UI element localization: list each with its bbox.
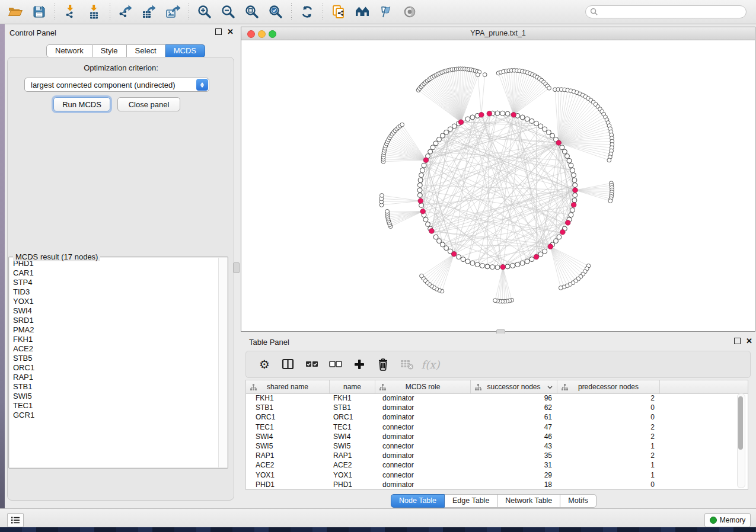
tab-edge-table[interactable]: Edge Table xyxy=(445,494,497,508)
import-table-button[interactable] xyxy=(82,1,106,23)
save-session-button[interactable] xyxy=(27,1,51,23)
mcds-result-item[interactable]: ORC1 xyxy=(13,363,227,373)
vertical-splitter-grip[interactable] xyxy=(233,262,240,273)
import-table-icon xyxy=(87,4,102,20)
delete-column-button[interactable] xyxy=(374,355,392,373)
add-column-button[interactable] xyxy=(350,355,368,373)
node-table-body: FKH1FKH1dominator962STB1STB1dominator620… xyxy=(246,393,748,489)
mcds-result-item[interactable]: STB5 xyxy=(13,354,227,363)
float-panel-icon[interactable] xyxy=(215,28,222,35)
cell-successor-nodes: 46 xyxy=(471,432,557,441)
mcds-result-item[interactable]: TEC1 xyxy=(13,401,227,411)
mcds-result-item[interactable]: RAP1 xyxy=(13,373,227,382)
memory-label: Memory xyxy=(720,516,745,524)
zoom-in-button[interactable] xyxy=(193,1,216,23)
cell-successor-nodes: 29 xyxy=(471,471,557,479)
cell-MCDS-role: connector xyxy=(375,423,471,431)
hide-graphics-details-button[interactable] xyxy=(374,1,398,23)
zoom-fit-button[interactable] xyxy=(240,1,264,23)
cell-name: STB1 xyxy=(330,403,375,412)
control-panel-header: Control Panel ✕ xyxy=(5,24,237,41)
mcds-result-item[interactable]: CAR1 xyxy=(13,268,227,278)
toggle-column-view-button[interactable] xyxy=(279,355,297,373)
refresh-view-button[interactable] xyxy=(295,1,319,23)
open-session-button[interactable] xyxy=(4,1,27,23)
cell-successor-nodes: 62 xyxy=(471,403,557,412)
mcds-result-scrollbar[interactable] xyxy=(218,258,227,467)
close-table-panel-icon[interactable]: ✕ xyxy=(746,338,752,344)
table-row[interactable]: SWI4SWI4dominator462 xyxy=(246,432,748,441)
network-window-titlebar[interactable]: YPA_prune.txt_1 xyxy=(241,27,755,40)
tab-network-table[interactable]: Network Table xyxy=(497,494,560,508)
table-row[interactable]: STB1STB1dominator620 xyxy=(246,403,748,412)
tab-style[interactable]: Style xyxy=(92,44,127,57)
mcds-result-item[interactable]: FKH1 xyxy=(13,335,227,344)
network-graph-canvas[interactable] xyxy=(241,40,755,331)
table-row[interactable]: YOX1YOX1connector291 xyxy=(246,470,748,480)
mcds-result-item[interactable]: ACE2 xyxy=(13,344,227,354)
import-network-button[interactable] xyxy=(59,1,82,23)
export-table-button[interactable] xyxy=(138,1,161,23)
export-network-icon xyxy=(118,4,133,20)
memory-button[interactable]: Memory xyxy=(704,513,751,527)
mcds-result-list[interactable]: PHD1CAR1STP4TID3YOX1SWI4SRD1PMA2FKH1ACE2… xyxy=(9,258,227,467)
zoom-in-icon xyxy=(197,4,212,20)
search-neighbors-icon xyxy=(355,4,370,20)
mcds-result-item[interactable]: STB1 xyxy=(13,382,227,392)
table-scrollbar-thumb[interactable] xyxy=(738,396,743,450)
optimization-criterion-select[interactable]: largest connected component (undirected) xyxy=(24,78,209,92)
table-row[interactable]: RAP1RAP1dominator352 xyxy=(246,451,748,460)
tab-motifs[interactable]: Motifs xyxy=(560,494,596,508)
tab-select[interactable]: Select xyxy=(127,44,165,57)
close-panel-icon[interactable]: ✕ xyxy=(227,29,234,34)
tab-network[interactable]: Network xyxy=(46,44,92,57)
mcds-result-item[interactable]: SWI5 xyxy=(13,392,227,401)
mcds-result-item[interactable]: YOX1 xyxy=(13,297,227,306)
float-table-panel-icon[interactable] xyxy=(734,338,741,344)
select-all-rows-button[interactable] xyxy=(303,355,321,373)
task-history-button[interactable] xyxy=(7,513,24,527)
clear-table-button xyxy=(398,355,416,373)
run-mcds-button[interactable]: Run MCDS xyxy=(53,97,110,111)
cell-MCDS-role: dominator xyxy=(375,403,471,412)
shared-column-icon xyxy=(475,384,481,390)
export-image-button[interactable] xyxy=(161,1,185,23)
tab-mcds[interactable]: MCDS xyxy=(165,44,205,57)
table-row[interactable]: ACE2ACE2connector311 xyxy=(246,460,748,470)
table-row[interactable]: PHD1PHD1dominator180 xyxy=(246,480,748,489)
search-neighbors-button[interactable] xyxy=(350,1,374,23)
table-row[interactable]: TEC1TEC1connector472 xyxy=(246,422,748,432)
column-header-predecessor-nodes[interactable]: predecessor nodes xyxy=(557,380,660,393)
mcds-result-item[interactable]: GCR1 xyxy=(13,411,227,420)
control-panel-tabs: NetworkStyleSelectMCDS xyxy=(46,44,205,57)
table-row[interactable]: FKH1FKH1dominator962 xyxy=(246,393,748,403)
mcds-result-item[interactable]: STP4 xyxy=(13,278,227,287)
table-row[interactable]: SWI5SWI5connector431 xyxy=(246,441,748,451)
mcds-result-item[interactable]: SRD1 xyxy=(13,316,227,325)
table-row[interactable]: ORC1ORC1dominator610 xyxy=(246,412,748,422)
clone-network-button[interactable] xyxy=(327,1,350,23)
table-scrollbar[interactable] xyxy=(737,393,745,488)
column-header-MCDS-role[interactable]: MCDS role xyxy=(375,380,471,393)
mcds-result-item[interactable]: TID3 xyxy=(13,287,227,297)
tab-node-table[interactable]: Node Table xyxy=(391,494,445,508)
zoom-selected-button[interactable] xyxy=(264,1,288,23)
deselect-all-rows-button[interactable] xyxy=(327,355,344,373)
column-header-name[interactable]: name xyxy=(330,380,375,393)
mcds-result-item[interactable]: PMA2 xyxy=(13,325,227,335)
control-panel: Control Panel ✕ NetworkStyleSelectMCDS O… xyxy=(5,24,237,508)
column-header-successor-nodes[interactable]: successor nodes xyxy=(471,380,557,393)
cell-shared-name: TEC1 xyxy=(246,423,330,431)
export-network-button[interactable] xyxy=(114,1,138,23)
column-header-shared-name[interactable]: shared name xyxy=(246,380,330,393)
table-settings-button[interactable]: ⚙ xyxy=(256,355,273,373)
close-panel-button[interactable]: Close panel xyxy=(117,97,180,111)
show-graphics-details-button[interactable] xyxy=(398,1,422,23)
cell-successor-nodes: 35 xyxy=(471,451,557,460)
mcds-result-item[interactable]: SWI4 xyxy=(13,306,227,316)
zoom-out-button[interactable] xyxy=(216,1,240,23)
search-box[interactable] xyxy=(585,5,747,18)
cell-predecessor-nodes: 0 xyxy=(557,413,660,421)
search-input[interactable] xyxy=(598,7,746,17)
shared-column-icon xyxy=(250,384,257,390)
